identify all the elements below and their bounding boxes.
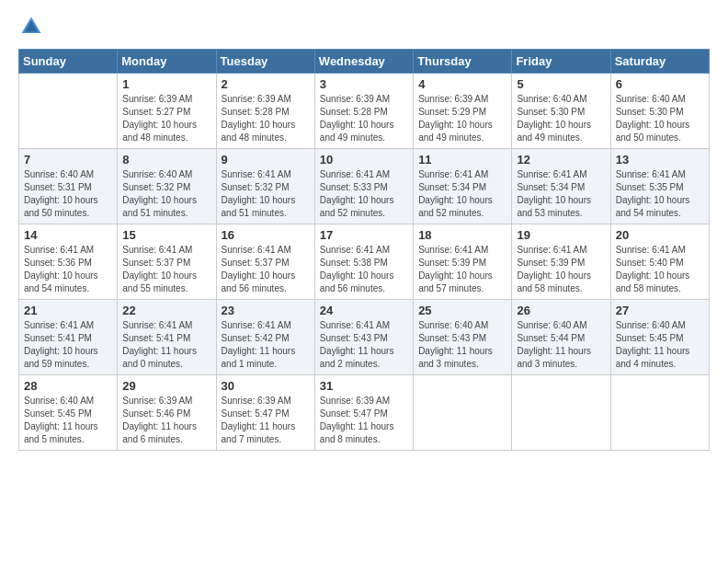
day-cell: 4Sunrise: 6:39 AMSunset: 5:29 PMDaylight…: [414, 74, 512, 149]
day-number: 12: [517, 153, 605, 167]
page: SundayMondayTuesdayWednesdayThursdayFrid…: [0, 0, 728, 563]
day-number: 24: [320, 304, 408, 317]
day-info: Sunrise: 6:39 AMSunset: 5:47 PMDaylight:…: [222, 395, 310, 446]
header: [18, 14, 710, 40]
day-cell: [19, 74, 118, 149]
col-header-sunday: Sunday: [19, 50, 118, 74]
header-row: SundayMondayTuesdayWednesdayThursdayFrid…: [19, 50, 710, 74]
day-info: Sunrise: 6:41 AMSunset: 5:38 PMDaylight:…: [320, 244, 408, 295]
day-cell: 29Sunrise: 6:39 AMSunset: 5:46 PMDayligh…: [118, 375, 216, 451]
day-cell: 25Sunrise: 6:40 AMSunset: 5:43 PMDayligh…: [414, 300, 512, 375]
day-number: 19: [517, 228, 605, 242]
day-cell: 23Sunrise: 6:41 AMSunset: 5:42 PMDayligh…: [216, 300, 314, 375]
day-number: 23: [222, 304, 310, 317]
day-info: Sunrise: 6:39 AMSunset: 5:46 PMDaylight:…: [122, 395, 210, 446]
calendar-table: SundayMondayTuesdayWednesdayThursdayFrid…: [18, 49, 710, 451]
day-info: Sunrise: 6:41 AMSunset: 5:32 PMDaylight:…: [222, 168, 310, 220]
day-cell: 8Sunrise: 6:40 AMSunset: 5:32 PMDaylight…: [118, 149, 216, 224]
day-cell: 12Sunrise: 6:41 AMSunset: 5:34 PMDayligh…: [512, 149, 610, 224]
day-cell: 20Sunrise: 6:41 AMSunset: 5:40 PMDayligh…: [610, 224, 709, 300]
day-cell: 15Sunrise: 6:41 AMSunset: 5:37 PMDayligh…: [118, 224, 216, 300]
day-number: 1: [122, 77, 210, 91]
day-info: Sunrise: 6:41 AMSunset: 5:43 PMDaylight:…: [320, 319, 408, 371]
day-info: Sunrise: 6:40 AMSunset: 5:45 PMDaylight:…: [616, 319, 704, 371]
day-cell: 2Sunrise: 6:39 AMSunset: 5:28 PMDaylight…: [216, 74, 314, 149]
day-number: 3: [320, 77, 408, 91]
day-number: 27: [616, 304, 704, 317]
day-info: Sunrise: 6:40 AMSunset: 5:30 PMDaylight:…: [616, 93, 704, 144]
day-number: 18: [418, 228, 506, 242]
day-number: 30: [222, 379, 310, 393]
day-number: 31: [320, 379, 408, 393]
day-info: Sunrise: 6:40 AMSunset: 5:43 PMDaylight:…: [418, 319, 506, 371]
col-header-tuesday: Tuesday: [216, 50, 314, 74]
day-cell: 6Sunrise: 6:40 AMSunset: 5:30 PMDaylight…: [610, 74, 709, 149]
day-info: Sunrise: 6:41 AMSunset: 5:34 PMDaylight:…: [418, 168, 506, 220]
day-info: Sunrise: 6:41 AMSunset: 5:39 PMDaylight:…: [517, 244, 605, 295]
day-cell: 19Sunrise: 6:41 AMSunset: 5:39 PMDayligh…: [512, 224, 610, 300]
day-cell: 9Sunrise: 6:41 AMSunset: 5:32 PMDaylight…: [216, 149, 314, 224]
day-cell: 30Sunrise: 6:39 AMSunset: 5:47 PMDayligh…: [216, 375, 314, 451]
day-number: 5: [517, 77, 605, 91]
day-info: Sunrise: 6:41 AMSunset: 5:37 PMDaylight:…: [122, 244, 210, 295]
day-info: Sunrise: 6:39 AMSunset: 5:28 PMDaylight:…: [320, 93, 408, 144]
day-number: 11: [418, 153, 506, 167]
day-cell: 5Sunrise: 6:40 AMSunset: 5:30 PMDaylight…: [512, 74, 610, 149]
day-number: 4: [418, 77, 506, 91]
day-info: Sunrise: 6:40 AMSunset: 5:44 PMDaylight:…: [517, 319, 605, 371]
day-number: 22: [122, 304, 210, 317]
day-cell: 13Sunrise: 6:41 AMSunset: 5:35 PMDayligh…: [610, 149, 709, 224]
day-info: Sunrise: 6:41 AMSunset: 5:33 PMDaylight:…: [320, 168, 408, 220]
week-row-4: 21Sunrise: 6:41 AMSunset: 5:41 PMDayligh…: [19, 300, 710, 375]
day-cell: 22Sunrise: 6:41 AMSunset: 5:41 PMDayligh…: [118, 300, 216, 375]
day-cell: 18Sunrise: 6:41 AMSunset: 5:39 PMDayligh…: [414, 224, 512, 300]
col-header-friday: Friday: [512, 50, 610, 74]
day-number: 7: [24, 153, 112, 167]
day-number: 16: [222, 228, 310, 242]
logo: [18, 14, 48, 40]
day-info: Sunrise: 6:39 AMSunset: 5:47 PMDaylight:…: [320, 395, 408, 446]
day-number: 14: [24, 228, 112, 242]
day-info: Sunrise: 6:40 AMSunset: 5:45 PMDaylight:…: [24, 395, 112, 446]
day-cell: 10Sunrise: 6:41 AMSunset: 5:33 PMDayligh…: [314, 149, 413, 224]
day-info: Sunrise: 6:41 AMSunset: 5:40 PMDaylight:…: [616, 244, 704, 295]
day-info: Sunrise: 6:40 AMSunset: 5:32 PMDaylight:…: [122, 168, 210, 220]
day-cell: 3Sunrise: 6:39 AMSunset: 5:28 PMDaylight…: [314, 74, 413, 149]
day-cell: 24Sunrise: 6:41 AMSunset: 5:43 PMDayligh…: [314, 300, 413, 375]
day-cell: 11Sunrise: 6:41 AMSunset: 5:34 PMDayligh…: [414, 149, 512, 224]
logo-icon: [18, 14, 44, 40]
day-info: Sunrise: 6:41 AMSunset: 5:34 PMDaylight:…: [517, 168, 605, 220]
day-cell: 1Sunrise: 6:39 AMSunset: 5:27 PMDaylight…: [118, 74, 216, 149]
day-info: Sunrise: 6:41 AMSunset: 5:41 PMDaylight:…: [122, 319, 210, 371]
day-cell: [512, 375, 610, 451]
day-info: Sunrise: 6:41 AMSunset: 5:35 PMDaylight:…: [616, 168, 704, 220]
day-info: Sunrise: 6:39 AMSunset: 5:29 PMDaylight:…: [418, 93, 506, 144]
day-info: Sunrise: 6:41 AMSunset: 5:42 PMDaylight:…: [222, 319, 310, 371]
day-info: Sunrise: 6:40 AMSunset: 5:31 PMDaylight:…: [24, 168, 112, 220]
day-number: 26: [517, 304, 605, 317]
week-row-3: 14Sunrise: 6:41 AMSunset: 5:36 PMDayligh…: [19, 224, 710, 300]
col-header-wednesday: Wednesday: [314, 50, 413, 74]
day-number: 29: [122, 379, 210, 393]
col-header-thursday: Thursday: [414, 50, 512, 74]
week-row-1: 1Sunrise: 6:39 AMSunset: 5:27 PMDaylight…: [19, 74, 710, 149]
day-cell: [610, 375, 709, 451]
day-number: 21: [24, 304, 112, 317]
day-cell: 21Sunrise: 6:41 AMSunset: 5:41 PMDayligh…: [19, 300, 118, 375]
day-info: Sunrise: 6:40 AMSunset: 5:30 PMDaylight:…: [517, 93, 605, 144]
day-number: 13: [616, 153, 704, 167]
day-cell: 16Sunrise: 6:41 AMSunset: 5:37 PMDayligh…: [216, 224, 314, 300]
day-number: 15: [122, 228, 210, 242]
col-header-monday: Monday: [118, 50, 216, 74]
col-header-saturday: Saturday: [610, 50, 709, 74]
day-cell: [414, 375, 512, 451]
day-cell: 14Sunrise: 6:41 AMSunset: 5:36 PMDayligh…: [19, 224, 118, 300]
day-cell: 26Sunrise: 6:40 AMSunset: 5:44 PMDayligh…: [512, 300, 610, 375]
week-row-2: 7Sunrise: 6:40 AMSunset: 5:31 PMDaylight…: [19, 149, 710, 224]
day-number: 25: [418, 304, 506, 317]
day-number: 8: [122, 153, 210, 167]
day-info: Sunrise: 6:39 AMSunset: 5:28 PMDaylight:…: [222, 93, 310, 144]
day-info: Sunrise: 6:41 AMSunset: 5:37 PMDaylight:…: [222, 244, 310, 295]
day-number: 10: [320, 153, 408, 167]
day-cell: 7Sunrise: 6:40 AMSunset: 5:31 PMDaylight…: [19, 149, 118, 224]
